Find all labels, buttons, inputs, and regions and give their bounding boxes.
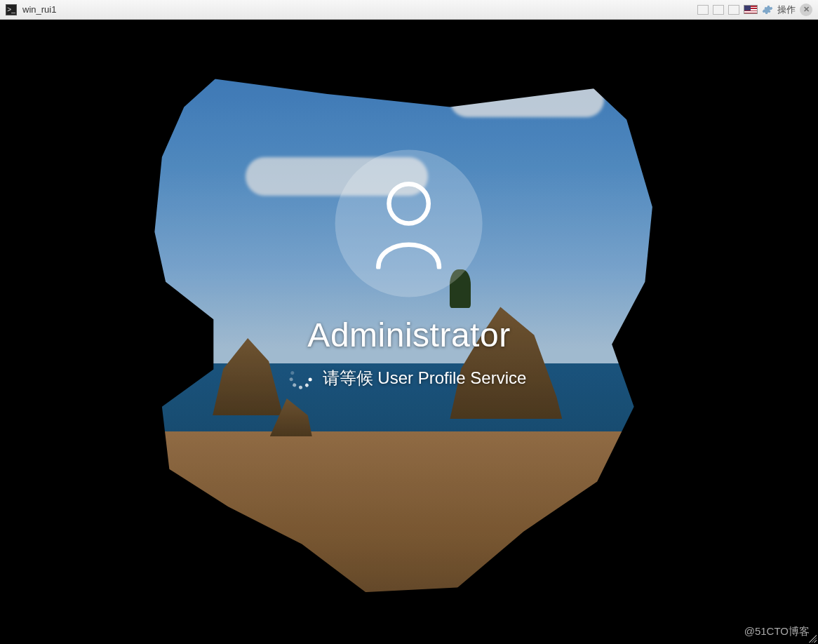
close-icon[interactable]: ✕ xyxy=(800,4,812,16)
login-panel: Administrator 请等候 User Profile Service xyxy=(292,150,527,389)
login-status-row: 请等候 User Profile Service xyxy=(292,367,527,389)
vm-titlebar: >_ win_rui1 操作 ✕ xyxy=(0,0,818,20)
login-username: Administrator xyxy=(307,316,510,354)
view-mode-button-1[interactable] xyxy=(697,5,709,15)
gear-icon xyxy=(762,4,773,15)
titlebar-controls: 操作 ✕ xyxy=(697,4,812,16)
resize-grip-icon[interactable] xyxy=(807,633,817,643)
vm-display: Administrator 请等候 User Profile Service @… xyxy=(0,20,818,644)
user-avatar xyxy=(335,150,483,297)
user-icon xyxy=(370,178,448,269)
vm-title: win_rui1 xyxy=(22,4,56,15)
action-menu[interactable]: 操作 xyxy=(777,4,796,16)
svg-point-0 xyxy=(389,184,429,223)
watermark-text: @51CTO博客 xyxy=(744,625,810,638)
login-status-text: 请等候 User Profile Service xyxy=(323,367,527,389)
keyboard-layout-icon[interactable] xyxy=(744,5,758,14)
terminal-icon: >_ xyxy=(6,4,17,15)
view-mode-button-3[interactable] xyxy=(728,5,739,15)
view-mode-button-2[interactable] xyxy=(713,5,724,15)
loading-spinner-icon xyxy=(292,369,310,387)
